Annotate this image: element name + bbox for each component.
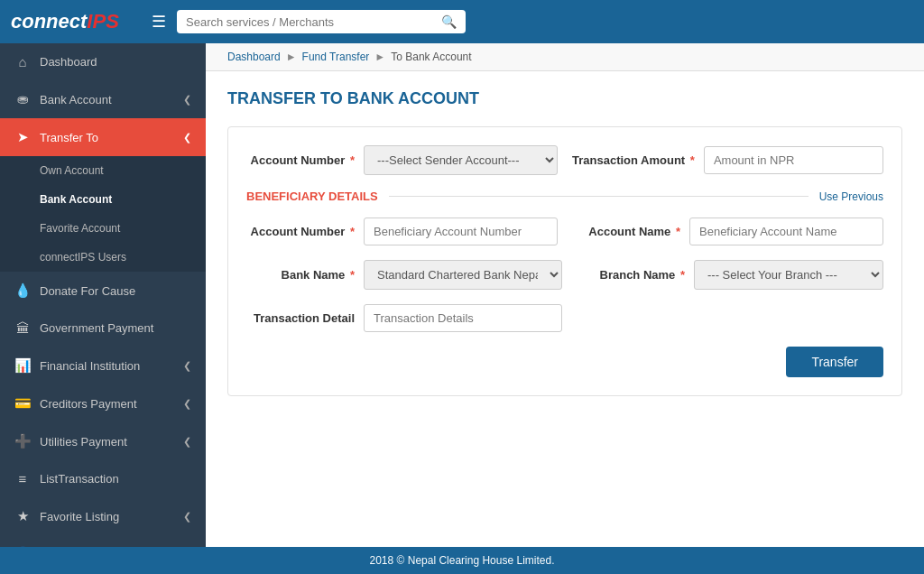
sidebar-label-donate: Donate For Cause [40, 284, 191, 298]
sender-account-select[interactable]: ---Select Sender Account--- [364, 145, 558, 175]
bank-account-icon: ⛂ [14, 91, 31, 107]
dashboard-icon: ⌂ [14, 54, 31, 69]
sidebar-item-creditors[interactable]: 💳 Creditors Payment ❮ [0, 384, 206, 422]
transfer-button-row: Transfer [246, 347, 883, 377]
row-transaction-detail: Transaction Detail [246, 304, 883, 332]
chevron-active-icon: ❮ [183, 132, 191, 144]
logo-ips-text: IPS [87, 10, 118, 33]
chevron-favorite-icon: ❮ [183, 511, 191, 523]
transaction-detail-input[interactable] [364, 304, 562, 332]
ben-account-name-input[interactable] [689, 218, 883, 245]
branch-name-label: Branch Name * [577, 268, 685, 282]
beneficiary-divider [389, 196, 808, 197]
content-area: TRANSFER TO BANK ACCOUNT Account Number … [206, 71, 924, 547]
ben-account-name-label: Account Name * [572, 225, 680, 238]
transfer-icon: ➤ [14, 129, 31, 145]
group-account-number: Account Number * ---Select Sender Accoun… [246, 145, 558, 175]
chevron-financial-icon: ❮ [183, 360, 191, 372]
sidebar-item-bank-account[interactable]: ⛂ Bank Account ❮ [0, 80, 206, 118]
group-transaction-amount: Transaction Amount * [572, 146, 883, 174]
footer: 2018 © Nepal Clearing House Limited. [0, 547, 924, 574]
search-bar: 🔍 [177, 10, 466, 33]
transfer-button[interactable]: Transfer [786, 347, 883, 377]
donate-icon: 💧 [14, 282, 31, 299]
use-previous-link[interactable]: Use Previous [819, 190, 883, 203]
breadcrumb: Dashboard ► Fund Transfer ► To Bank Acco… [206, 43, 924, 71]
layout: ⌂ Dashboard ⛂ Bank Account ❮ ➤ Transfer … [0, 43, 924, 547]
financial-icon: 📊 [14, 357, 31, 374]
sidebar-label-bank-account: Bank Account [40, 93, 183, 106]
breadcrumb-sep1: ► [286, 51, 297, 63]
bank-name-select[interactable]: Standard Chartered Bank Nepal Lim [364, 260, 562, 290]
sidebar-item-government[interactable]: 🏛 Government Payment [0, 310, 206, 347]
header: connectIPS ☰ 🔍 [0, 0, 924, 43]
row-ben-account: Account Number * Account Name * [246, 218, 883, 245]
sidebar-item-donate[interactable]: 💧 Donate For Cause [0, 272, 206, 310]
creditors-icon: 💳 [14, 395, 31, 412]
breadcrumb-fund-transfer[interactable]: Fund Transfer [302, 51, 370, 63]
chevron-icon: ❮ [183, 94, 191, 106]
group-ben-account-number: Account Number * [246, 218, 558, 245]
account-number-label: Account Number * [246, 153, 355, 167]
sub-item-favorite-account[interactable]: Favorite Account [0, 214, 206, 243]
row-account-amount: Account Number * ---Select Sender Accoun… [246, 145, 883, 175]
sidebar: ⌂ Dashboard ⛂ Bank Account ❮ ➤ Transfer … [0, 43, 206, 547]
sidebar-label-dashboard: Dashboard [40, 55, 191, 69]
chevron-utilities-icon: ❮ [183, 436, 191, 448]
chevron-creditors-icon: ❮ [183, 398, 191, 410]
sidebar-label-transfer-to: Transfer To [40, 131, 183, 144]
sidebar-label-financial: Financial Institution [40, 359, 183, 373]
sidebar-item-dashboard[interactable]: ⌂ Dashboard [0, 43, 206, 80]
transaction-detail-label: Transaction Detail [246, 311, 355, 325]
beneficiary-header: BENEFICIARY DETAILS Use Previous [246, 190, 883, 203]
sidebar-label-creditors: Creditors Payment [40, 397, 183, 411]
sidebar-label-government: Government Payment [40, 321, 191, 335]
row-bank-branch: Bank Name * Standard Chartered Bank Nepa… [246, 260, 883, 290]
logo: connectIPS [11, 10, 137, 33]
search-icon: 🔍 [441, 14, 457, 29]
search-input[interactable] [186, 15, 441, 29]
beneficiary-title: BENEFICIARY DETAILS [246, 190, 378, 203]
list-transaction-icon: ≡ [14, 471, 31, 486]
footer-text: 2018 © Nepal Clearing House Limited. [370, 554, 555, 567]
sidebar-item-list-transaction[interactable]: ≡ ListTransaction [0, 460, 206, 497]
utilities-icon: ➕ [14, 433, 31, 449]
branch-name-select[interactable]: --- Select Your Branch --- [694, 260, 883, 290]
page-title: TRANSFER TO BANK ACCOUNT [227, 89, 902, 108]
group-transaction-detail: Transaction Detail [246, 304, 883, 332]
main-area: Dashboard ► Fund Transfer ► To Bank Acco… [206, 43, 924, 547]
breadcrumb-dashboard[interactable]: Dashboard [227, 51, 281, 63]
amount-input[interactable] [704, 146, 883, 174]
edit-profile-icon: 👤 [14, 546, 31, 547]
transaction-amount-label: Transaction Amount * [572, 153, 695, 167]
group-bank-name: Bank Name * Standard Chartered Bank Nepa… [246, 260, 562, 290]
group-ben-account-name: Account Name * [572, 218, 883, 245]
hamburger-icon[interactable]: ☰ [152, 12, 166, 32]
sidebar-label-list-transaction: ListTransaction [40, 472, 191, 486]
sub-item-own-account[interactable]: Own Account [0, 156, 206, 185]
sidebar-item-financial[interactable]: 📊 Financial Institution ❮ [0, 347, 206, 384]
ben-account-number-input[interactable] [364, 218, 558, 245]
breadcrumb-sep2: ► [374, 51, 385, 63]
sidebar-item-edit-profile[interactable]: 👤 Edit Profile ❮ [0, 535, 206, 547]
logo-connect-text: connect [11, 10, 87, 33]
sidebar-item-transfer-to[interactable]: ➤ Transfer To ❮ [0, 118, 206, 156]
sidebar-label-favorite-listing: Favorite Listing [40, 510, 183, 523]
ben-account-number-label: Account Number * [246, 225, 355, 238]
group-branch-name: Branch Name * --- Select Your Branch --- [577, 260, 883, 290]
sidebar-item-utilities[interactable]: ➕ Utilities Payment ❮ [0, 422, 206, 460]
main-form-section: Account Number * ---Select Sender Accoun… [227, 126, 902, 396]
sidebar-label-utilities: Utilities Payment [40, 435, 183, 449]
sub-item-connectips-users[interactable]: connectIPS Users [0, 243, 206, 272]
bank-name-label: Bank Name * [246, 268, 355, 282]
favorite-listing-icon: ★ [14, 508, 31, 524]
transfer-submenu: Own Account Bank Account Favorite Accoun… [0, 156, 206, 272]
sidebar-item-favorite-listing[interactable]: ★ Favorite Listing ❮ [0, 497, 206, 535]
breadcrumb-current: To Bank Account [391, 51, 471, 63]
sub-item-bank-account[interactable]: Bank Account [0, 185, 206, 214]
government-icon: 🏛 [14, 320, 31, 336]
